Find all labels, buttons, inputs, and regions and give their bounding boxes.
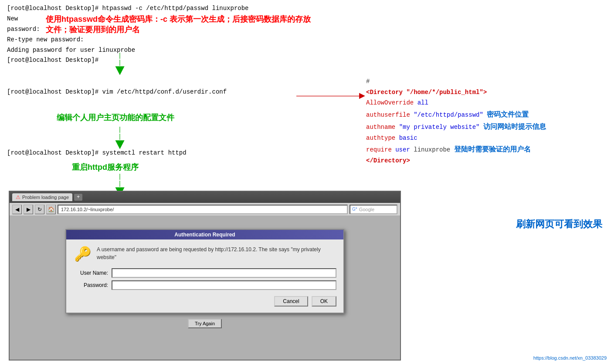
auth-dialog-body: 🔑 A username and password are being requ… [66, 239, 343, 313]
browser-tab[interactable]: ⚠ Problem loading page [12, 193, 72, 201]
auth-button-row: Cancel OK [73, 296, 336, 307]
annotation-systemctl: 重启httpd服务程序 [72, 162, 139, 172]
config-section: # <Directory "/home/*/public_html"> Allo… [366, 76, 546, 166]
password-label: Password: [73, 282, 108, 288]
try-again-section: Try Again [188, 319, 222, 328]
config-line4: authuserfile "/etc/httpd/passwd" 密码文件位置 [366, 108, 546, 121]
tab-error-icon: ⚠ [16, 194, 20, 200]
systemctl-command: [root@localhost Desktop]# systemctl rest… [7, 148, 187, 158]
config-line3: AllowOverride all [366, 98, 546, 108]
browser-content: Authentication Required 🔑 A username and… [10, 216, 400, 360]
auth-form: User Name: Password: [73, 268, 336, 290]
auth-dialog: Authentication Required 🔑 A username and… [65, 229, 344, 313]
auth-message: A username and password are being reques… [97, 246, 336, 261]
browser-toolbar: ◀ ▶ ↻ 🏠 172.16.10.2/~linuxprobe/ G* Goog… [10, 203, 400, 216]
try-again-button[interactable]: Try Again [188, 319, 222, 328]
annotation-htpasswd: 使用htpasswd命令生成密码库：-c 表示第一次生成；后接密码数据库的存放文… [46, 14, 312, 35]
browser-window: ⚠ Problem loading page + ◀ ▶ ↻ 🏠 172.16.… [9, 191, 401, 361]
annotation-vim: 编辑个人用户主页功能的配置文件 [57, 112, 174, 123]
terminal-line5: [root@localhost Desktop]# [7, 55, 312, 66]
config-line8: </Directory> [366, 155, 546, 166]
reload-button[interactable]: ↻ [35, 205, 44, 214]
password-input[interactable] [112, 280, 336, 290]
home-button[interactable]: 🏠 [46, 205, 56, 214]
tab-add-button[interactable]: + [74, 194, 82, 201]
ok-button[interactable]: OK [312, 296, 336, 307]
auth-dialog-titlebar: Authentication Required [66, 230, 343, 239]
arrow-down-2: | | ▼ [107, 126, 133, 150]
terminal-line4: Adding password for user linuxprobe [7, 45, 312, 56]
config-line1: # [366, 76, 546, 87]
back-button[interactable]: ◀ [12, 205, 22, 214]
search-bar[interactable]: G* Google [350, 205, 397, 214]
config-line7: require user linuxprobe 登陆时需要验证的用户名 [366, 143, 546, 155]
terminal-top: [root@localhost Desktop]# htpasswd -c /e… [7, 3, 312, 66]
auth-info-row: 🔑 A username and password are being requ… [73, 246, 336, 262]
terminal-line2: New password: [7, 14, 42, 35]
key-icon: 🔑 [73, 246, 92, 262]
username-input[interactable] [112, 268, 336, 278]
refresh-annotation: 刷新网页可看到效果 [516, 218, 602, 231]
config-line2: <Directory "/home/*/public_html"> [366, 87, 546, 98]
browser-titlebar: ⚠ Problem loading page + [10, 192, 400, 203]
forward-button[interactable]: ▶ [24, 205, 33, 214]
tab-label: Problem loading page [22, 195, 69, 200]
terminal-line1: [root@localhost Desktop]# htpasswd -c /e… [7, 3, 312, 14]
vim-command: [root@localhost Desktop]# vim /etc/httpd… [7, 87, 227, 98]
watermark: https://blog.csdn.net/xn_03383029 [533, 355, 607, 361]
address-bar[interactable]: 172.16.10.2/~linuxprobe/ [58, 205, 348, 214]
arrow-right: ————————▶ [296, 91, 365, 100]
config-line5: authname "my privately website" 访问网站时提示信… [366, 121, 546, 133]
arrow-down-1: | | ▼ [107, 52, 133, 76]
username-label: User Name: [73, 270, 108, 276]
config-line6: authtype basic [366, 133, 546, 144]
cancel-button[interactable]: Cancel [274, 296, 308, 307]
terminal-line3: Re-type new password: [7, 35, 312, 45]
